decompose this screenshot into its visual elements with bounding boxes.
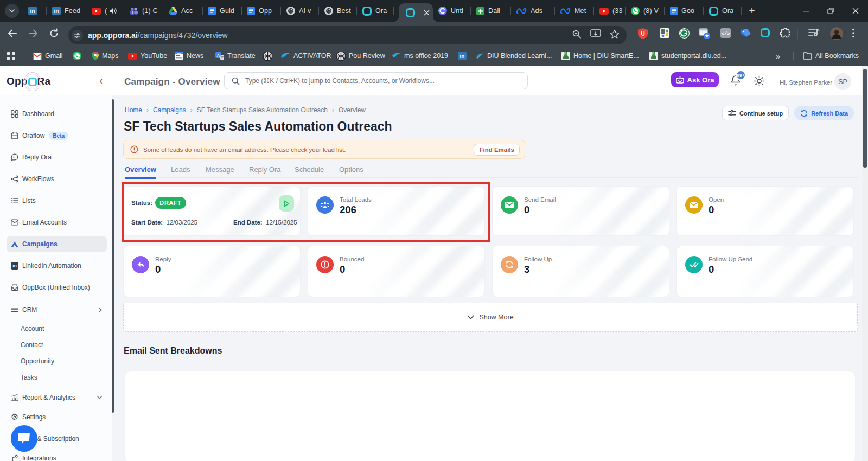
svg-text:T: T — [131, 10, 133, 14]
svg-text:in: in — [460, 53, 465, 59]
svg-text:A: A — [217, 53, 220, 58]
svg-text:in: in — [54, 8, 59, 14]
svg-text:in: in — [30, 8, 35, 14]
svg-text:文: 文 — [220, 55, 224, 59]
svg-text:</>: </> — [721, 31, 730, 37]
svg-text:GN: GN — [177, 52, 181, 55]
svg-text:U: U — [641, 31, 644, 37]
svg-text:in: in — [12, 264, 16, 268]
